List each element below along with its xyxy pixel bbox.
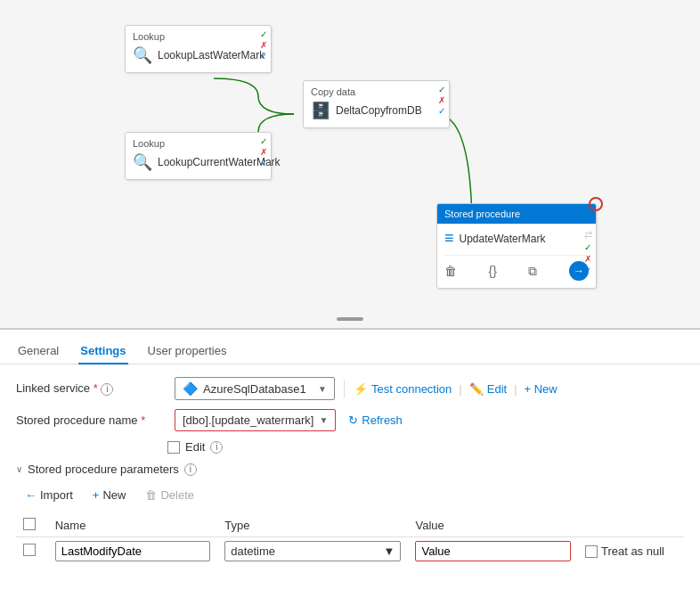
col-check-header	[16, 514, 48, 537]
stored-proc-icon: ≡	[444, 229, 454, 248]
lookup1-complete-icon[interactable]: ✓	[260, 51, 267, 61]
treat-null-checkbox[interactable]	[585, 545, 598, 558]
row-name-cell	[48, 537, 217, 566]
sp-code-btn[interactable]: {}	[489, 264, 497, 278]
sp-delete-btn[interactable]: 🗑	[444, 264, 457, 278]
type-dropdown[interactable]: datetime ▼	[224, 541, 401, 561]
edit-info-icon[interactable]: i	[210, 441, 223, 454]
sp-controls: ⇄ ✓ ✗ ✓	[584, 229, 592, 275]
sp-name-dropdown-arrow: ▼	[319, 415, 328, 425]
stored-proc-header: Stored procedure	[437, 204, 596, 224]
tab-user-properties[interactable]: User properties	[146, 339, 229, 364]
linked-service-label: Linked service * i	[16, 381, 167, 396]
new-param-icon: +	[93, 488, 100, 502]
sp-drag-icon: ⇄	[584, 229, 592, 241]
sp-name-control: [dbo].[update_watermark] ▼ ↻ Refresh	[175, 409, 684, 431]
row-type-cell: datetime ▼	[217, 537, 408, 566]
col-null-header	[578, 514, 684, 537]
delete-param-button[interactable]: 🗑 Delete	[136, 485, 203, 505]
lookup2-fail-icon[interactable]: ✗	[260, 147, 267, 157]
param-row: datetime ▼ Treat as null	[16, 537, 684, 566]
section-chevron-icon[interactable]: ∨	[16, 464, 22, 474]
lookup1-controls: ✓ ✗ ✓	[260, 29, 267, 61]
delete-icon: 🗑	[145, 488, 157, 502]
sp-fail-icon[interactable]: ✗	[584, 254, 592, 264]
scroll-indicator	[337, 317, 363, 321]
stored-proc-node[interactable]: Stored procedure ≡ UpdateWaterMark 🗑 {} …	[436, 203, 597, 289]
linked-service-dropdown-text: AzureSqlDatabase1	[203, 382, 313, 396]
edit-checkbox-label: Edit	[185, 440, 205, 454]
linked-service-dropdown-icon: 🔷	[183, 381, 198, 396]
lookup2-complete-icon[interactable]: ✓	[260, 158, 267, 168]
lookup1-label: Lookup	[133, 31, 264, 42]
lookup2-success-icon[interactable]: ✓	[260, 136, 267, 146]
lookup1-fail-icon[interactable]: ✗	[260, 40, 267, 50]
linked-service-dropdown[interactable]: 🔷 AzureSqlDatabase1 ▼	[175, 377, 335, 400]
param-action-bar: ← Import + New 🗑 Delete	[16, 485, 684, 505]
linked-service-row: Linked service * i 🔷 AzureSqlDatabase1 ▼…	[16, 377, 684, 400]
treat-null-label: Treat as null	[601, 544, 664, 558]
red-circle-indicator	[589, 197, 603, 211]
sep1: |	[459, 382, 461, 396]
copydata-fail-icon[interactable]: ✗	[438, 95, 445, 105]
sp-complete-icon[interactable]: ✓	[584, 266, 592, 275]
lookup2-label: Lookup	[133, 138, 264, 149]
row-checkbox[interactable]	[23, 544, 36, 556]
stored-proc-header-label: Stored procedure	[444, 209, 520, 219]
edit-checkbox[interactable]	[167, 441, 180, 454]
sp-name-dropdown-text: [dbo].[update_watermark]	[183, 413, 313, 427]
copydata-label: Copy data	[311, 86, 442, 97]
lookup2-icon: 🔍	[133, 152, 152, 172]
copydata-success-icon[interactable]: ✓	[438, 85, 445, 94]
linked-service-dropdown-arrow: ▼	[318, 384, 327, 394]
sp-params-section-header: ∨ Stored procedure parameters i	[16, 463, 684, 476]
lookup1-icon: 🔍	[133, 45, 152, 65]
separator1	[344, 380, 345, 397]
edit-link[interactable]: ✏️ Edit	[469, 382, 507, 396]
copydata-node[interactable]: Copy data 🗄️ DeltaCopyfromDB ✓ ✗ ✓	[303, 80, 450, 128]
sp-name-dropdown[interactable]: [dbo].[update_watermark] ▼	[175, 409, 336, 431]
sp-params-label: Stored procedure parameters	[28, 463, 179, 476]
test-connection-link[interactable]: ⚡ Test connection	[354, 382, 452, 396]
sp-success-icon[interactable]: ✓	[584, 242, 592, 252]
new-link[interactable]: + New	[525, 382, 558, 396]
copydata-controls: ✓ ✗ ✓	[438, 85, 445, 116]
row-value-cell	[408, 537, 577, 566]
col-value-header: Value	[408, 514, 577, 537]
refresh-icon: ↻	[348, 413, 358, 427]
new-param-button[interactable]: + New	[84, 485, 135, 505]
edit-pencil-icon: ✏️	[469, 382, 484, 396]
copydata-complete-icon[interactable]: ✓	[438, 106, 445, 116]
lookup2-node[interactable]: Lookup 🔍 LookupCurrentWaterMark ✓ ✗ ✓	[125, 132, 272, 180]
select-all-checkbox[interactable]	[23, 518, 36, 530]
col-name-header: Name	[48, 514, 217, 537]
value-input[interactable]	[415, 541, 570, 561]
stored-proc-name: UpdateWaterMark	[460, 233, 546, 245]
copydata-icon: 🗄️	[311, 101, 330, 120]
sep2: |	[514, 382, 517, 396]
sp-params-info-icon[interactable]: i	[184, 463, 197, 476]
stored-proc-actions: 🗑 {} ⧉ →	[444, 255, 589, 281]
sp-name-label: Stored procedure name *	[16, 413, 167, 427]
import-button[interactable]: ← Import	[16, 485, 82, 505]
sp-copy-btn[interactable]: ⧉	[528, 264, 537, 279]
tab-general[interactable]: General	[16, 339, 61, 364]
type-dropdown-arrow: ▼	[384, 544, 395, 558]
sp-name-required: *	[141, 413, 145, 427]
sp-name-row: Stored procedure name * [dbo].[update_wa…	[16, 409, 684, 431]
tab-settings[interactable]: Settings	[78, 339, 127, 364]
linked-service-info-icon[interactable]: i	[101, 383, 113, 396]
lookup1-node[interactable]: Lookup 🔍 LookupLastWaterMark ✓ ✗ ✓	[125, 25, 272, 73]
name-input[interactable]	[55, 541, 210, 561]
lookup1-success-icon[interactable]: ✓	[260, 29, 267, 39]
test-connection-icon: ⚡	[354, 382, 368, 396]
row-null-cell: Treat as null	[578, 537, 684, 566]
row-checkbox-cell	[16, 537, 48, 566]
bottom-panel: General Settings User properties Linked …	[0, 330, 700, 565]
linked-service-required: *	[94, 381, 98, 395]
import-icon: ←	[25, 488, 37, 502]
param-table: Name Type Value datetime	[16, 514, 684, 565]
refresh-link[interactable]: ↻ Refresh	[348, 413, 403, 427]
col-type-header: Type	[217, 514, 408, 537]
linked-service-control: 🔷 AzureSqlDatabase1 ▼ ⚡ Test connection …	[175, 377, 684, 400]
